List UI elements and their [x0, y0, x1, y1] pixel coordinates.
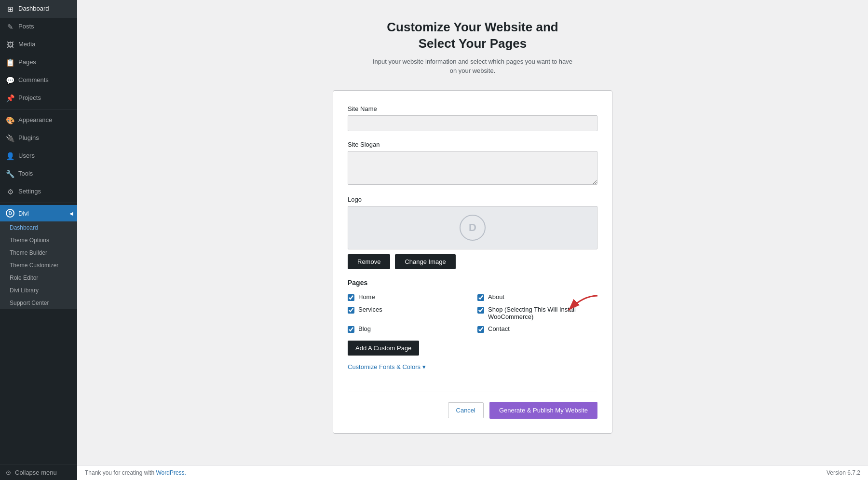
customize-fonts-section: Customize Fonts & Colors ▾: [348, 363, 597, 382]
sidebar-item-posts[interactable]: ✎ Posts: [0, 18, 77, 36]
divi-sub-theme-builder[interactable]: Theme Builder: [0, 247, 77, 259]
sidebar-item-projects[interactable]: 📌 Projects: [0, 89, 77, 107]
sidebar-item-appearance[interactable]: 🎨 Appearance: [0, 111, 77, 129]
divi-icon: D: [6, 209, 14, 218]
logo-buttons: Remove Change Image: [348, 254, 597, 269]
media-icon: 🖼: [6, 40, 14, 50]
logo-area: D: [348, 206, 597, 249]
page-label-services: Services: [358, 306, 382, 313]
sidebar-item-tools[interactable]: 🔧 Tools: [0, 165, 77, 183]
divi-section: D Divi Dashboard Theme Options Theme Bui…: [0, 205, 77, 309]
sidebar: ⊞ Dashboard ✎ Posts 🖼 Media 📋 Pages 💬 Co…: [0, 0, 77, 480]
site-slogan-input[interactable]: [348, 151, 597, 185]
collapse-menu[interactable]: ⊙ Collapse menu: [0, 465, 77, 480]
page-checkbox-contact[interactable]: Contact: [477, 325, 597, 333]
tools-icon: 🔧: [6, 169, 14, 179]
customize-card: Site Name Site Slogan Logo D Remove Chan…: [333, 90, 612, 434]
page-checkbox-blog-input[interactable]: [348, 326, 354, 333]
plugins-icon: 🔌: [6, 133, 14, 143]
divi-sub-theme-options[interactable]: Theme Options: [0, 234, 77, 247]
pages-grid: Home About Services Shop (: [348, 293, 597, 333]
add-custom-page-button[interactable]: Add A Custom Page: [348, 341, 419, 356]
page-label-shop: Shop (Selecting This Will Install WooCom…: [488, 306, 597, 320]
footer-bar: Thank you for creating with WordPress. V…: [77, 465, 868, 480]
logo-group: Logo D Remove Change Image: [348, 196, 597, 269]
dashboard-icon: ⊞: [6, 4, 14, 14]
page-label-contact: Contact: [488, 325, 510, 332]
divi-sub-dashboard[interactable]: Dashboard: [0, 221, 77, 234]
page-checkbox-about-input[interactable]: [477, 294, 484, 301]
remove-button[interactable]: Remove: [348, 254, 390, 269]
site-slogan-label: Site Slogan: [348, 141, 597, 148]
sidebar-item-pages[interactable]: 📋 Pages: [0, 54, 77, 71]
page-checkbox-home-input[interactable]: [348, 294, 354, 301]
page-checkbox-contact-input[interactable]: [477, 326, 484, 333]
publish-button[interactable]: Generate & Publish My Website: [489, 402, 597, 419]
collapse-icon: ⊙: [6, 469, 11, 476]
appearance-icon: 🎨: [6, 115, 14, 125]
site-name-group: Site Name: [348, 105, 597, 131]
divi-sub-role-editor[interactable]: Role Editor: [0, 272, 77, 284]
divi-header[interactable]: D Divi: [0, 205, 77, 221]
sidebar-item-settings[interactable]: ⚙ Settings: [0, 183, 77, 201]
divi-sub-support-center[interactable]: Support Center: [0, 297, 77, 309]
page-checkbox-shop[interactable]: Shop (Selecting This Will Install WooCom…: [477, 306, 597, 320]
change-image-button[interactable]: Change Image: [395, 254, 455, 269]
users-icon: 👤: [6, 151, 14, 161]
customize-fonts-arrow: ▾: [422, 363, 426, 370]
site-name-input[interactable]: [348, 115, 597, 131]
pages-grid-container: Home About Services Shop (: [348, 293, 597, 333]
wordpress-link[interactable]: WordPress.: [156, 469, 186, 476]
card-footer: Cancel Generate & Publish My Website: [348, 392, 597, 419]
logo-circle: D: [460, 215, 486, 241]
site-slogan-group: Site Slogan: [348, 141, 597, 186]
settings-icon: ⚙: [6, 187, 14, 197]
customize-fonts-link[interactable]: Customize Fonts & Colors ▾: [348, 363, 426, 370]
divi-sub-theme-customizer[interactable]: Theme Customizer: [0, 259, 77, 272]
page-checkbox-shop-input[interactable]: [477, 307, 484, 314]
cancel-button[interactable]: Cancel: [448, 402, 484, 418]
page-checkbox-about[interactable]: About: [477, 293, 597, 301]
pages-icon: 📋: [6, 57, 14, 68]
page-checkbox-services-input[interactable]: [348, 307, 354, 314]
comments-icon: 💬: [6, 75, 14, 85]
page-label-home: Home: [358, 293, 375, 301]
pages-label: Pages: [348, 279, 597, 287]
sidebar-item-comments[interactable]: 💬 Comments: [0, 71, 77, 89]
page-checkbox-services[interactable]: Services: [348, 306, 468, 320]
footer-text: Thank you for creating with WordPress.: [85, 469, 186, 476]
page-title: Customize Your Website and Select Your P…: [387, 19, 558, 52]
page-subtitle: Input your website information and selec…: [373, 57, 572, 76]
logo-label: Logo: [348, 196, 597, 203]
posts-icon: ✎: [6, 22, 14, 32]
page-checkbox-home[interactable]: Home: [348, 293, 468, 301]
projects-icon: 📌: [6, 93, 14, 103]
sidebar-item-plugins[interactable]: 🔌 Plugins: [0, 129, 77, 147]
page-label-about: About: [488, 293, 504, 301]
main-content: Customize Your Website and Select Your P…: [77, 0, 868, 480]
page-checkbox-blog[interactable]: Blog: [348, 325, 468, 333]
page-label-blog: Blog: [358, 325, 371, 332]
sidebar-item-users[interactable]: 👤 Users: [0, 147, 77, 165]
pages-section: Pages Home: [348, 279, 597, 363]
sidebar-item-media[interactable]: 🖼 Media: [0, 36, 77, 54]
divi-sub-divi-library[interactable]: Divi Library: [0, 284, 77, 297]
sidebar-item-dashboard[interactable]: ⊞ Dashboard: [0, 0, 77, 18]
footer-version: Version 6.7.2: [827, 469, 860, 476]
site-name-label: Site Name: [348, 105, 597, 112]
